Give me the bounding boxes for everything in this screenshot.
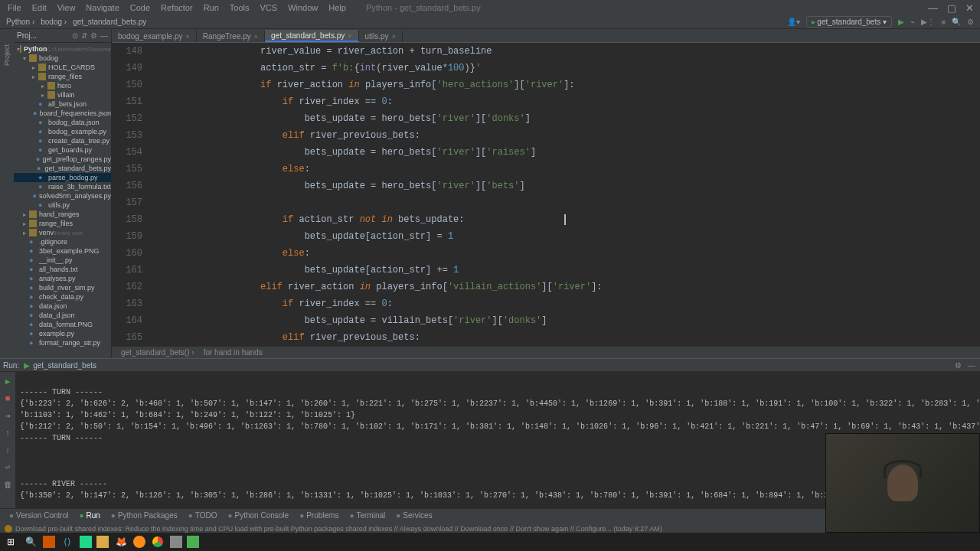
- tool-terminal[interactable]: ●Terminal: [345, 511, 390, 520]
- tree-item[interactable]: ●all_bets.json: [14, 99, 111, 109]
- firefox-icon[interactable]: 🦊: [113, 534, 129, 549]
- tree-item[interactable]: ●format_range_str.py: [14, 338, 111, 347]
- code-content[interactable]: river_value = river_action + turn_baseli…: [150, 43, 980, 346]
- search-icon[interactable]: 🔍: [952, 18, 961, 26]
- tree-item[interactable]: ●__init__.py: [14, 256, 111, 265]
- editor-tab[interactable]: bodog_example.py×: [112, 31, 197, 42]
- project-tool-button[interactable]: Project: [3, 44, 11, 66]
- tree-item[interactable]: ▸range_files: [14, 219, 111, 228]
- tab-close-icon[interactable]: ×: [254, 33, 258, 41]
- tree-item[interactable]: ●bodog_example.py: [14, 127, 111, 136]
- tree-item[interactable]: ●build_river_sim.py: [14, 283, 111, 292]
- tor-icon[interactable]: [133, 536, 145, 548]
- editor-tab[interactable]: get_standard_bets.py×: [265, 30, 358, 42]
- tree-item[interactable]: ●bodog_data.json: [14, 118, 111, 127]
- run-config-selector[interactable]: ▸ get_standard_bets ▾: [806, 16, 892, 28]
- tree-item[interactable]: ▸HOLE_CARDS: [14, 63, 111, 72]
- tree-item[interactable]: ●get_preflop_ranges.py: [14, 155, 111, 164]
- minimize-icon[interactable]: —: [928, 2, 938, 14]
- exit-icon[interactable]: ⇥: [5, 411, 11, 421]
- tree-item[interactable]: ●.gitignore: [14, 237, 111, 246]
- chrome-icon[interactable]: [150, 534, 165, 549]
- soft-wrap-icon[interactable]: ⏎: [5, 462, 11, 472]
- code-area[interactable]: 1481491501511521531541551561571581591601…: [112, 43, 980, 346]
- vscode-icon[interactable]: ⟨⟩: [60, 534, 75, 549]
- breadcrumb-item[interactable]: get_standard_bets.py: [70, 18, 149, 26]
- tree-item[interactable]: ●check_data.py: [14, 292, 111, 302]
- tree-item[interactable]: ●raise_3b_formula.txt: [14, 182, 111, 191]
- green-icon[interactable]: [187, 536, 199, 548]
- bulb-icon[interactable]: [5, 525, 12, 533]
- tree-item[interactable]: ▾bodog: [14, 54, 111, 63]
- menu-navigate[interactable]: Navigate: [81, 2, 123, 14]
- tree-item[interactable]: ●get_boards.py: [14, 145, 111, 155]
- tree-item[interactable]: ▸range_files: [14, 72, 111, 81]
- menu-file[interactable]: File: [3, 2, 26, 14]
- settings-icon[interactable]: ⚙: [967, 18, 974, 26]
- tool-problems[interactable]: ●Problems: [295, 511, 343, 520]
- tree-item[interactable]: ▸venv library root: [14, 228, 111, 237]
- tool-version-control[interactable]: ●Version Control: [5, 511, 73, 520]
- editor-breadcrumb-item[interactable]: get_standard_bets() ›: [116, 348, 199, 357]
- hide-icon[interactable]: —: [100, 31, 108, 40]
- tool-run[interactable]: ●Run: [74, 511, 104, 520]
- tab-close-icon[interactable]: ×: [392, 33, 396, 41]
- tree-item[interactable]: ●data.json: [14, 302, 111, 311]
- tree-item[interactable]: ●solved5rm_analyses.py: [14, 191, 111, 201]
- tree-item[interactable]: ●analyses.py: [14, 274, 111, 283]
- tree-item[interactable]: ●data_format.PNG: [14, 320, 111, 329]
- menu-edit[interactable]: Edit: [28, 2, 51, 14]
- menu-window[interactable]: Window: [283, 2, 322, 14]
- print-icon[interactable]: 🗑: [4, 480, 12, 490]
- breadcrumb-item[interactable]: Python ›: [3, 18, 38, 26]
- explorer-icon[interactable]: [96, 536, 109, 548]
- tree-settings-icon[interactable]: ⚙: [90, 31, 97, 40]
- run-tab[interactable]: get_standard_bets: [33, 361, 96, 370]
- close-icon[interactable]: ✕: [965, 2, 974, 14]
- tree-item[interactable]: ●data_d.json: [14, 311, 111, 320]
- editor-breadcrumb-item[interactable]: for hand in hands: [199, 348, 267, 357]
- tool-services[interactable]: ●Services: [391, 511, 436, 520]
- tree-item[interactable]: ●utils.py: [14, 201, 111, 210]
- tree-item[interactable]: ●example.py: [14, 329, 111, 338]
- app-icon[interactable]: [43, 536, 55, 548]
- tool-python-packages[interactable]: ●Python Packages: [106, 511, 182, 520]
- tree-item[interactable]: ▸villain: [14, 90, 111, 99]
- editor-tab[interactable]: utils.py×: [359, 31, 403, 42]
- tab-close-icon[interactable]: ×: [186, 33, 190, 41]
- menu-tools[interactable]: Tools: [225, 2, 254, 14]
- menu-refactor[interactable]: Refactor: [156, 2, 198, 14]
- windows-taskbar[interactable]: ⊞ 🔍 ⟨⟩ 🦊: [0, 533, 980, 551]
- tool-python-console[interactable]: ●Python Console: [223, 511, 293, 520]
- search-taskbar-icon[interactable]: 🔍: [23, 534, 38, 549]
- tree-root[interactable]: ▾Python C:\Users\witch\Docume: [14, 44, 111, 54]
- tree-item[interactable]: ▸hand_ranges: [14, 210, 111, 219]
- run-button[interactable]: ▶: [898, 18, 904, 26]
- menu-vcs[interactable]: VCS: [256, 2, 283, 14]
- tree-item[interactable]: ●create_data_tree.py: [14, 136, 111, 145]
- rerun-icon[interactable]: ▶: [5, 377, 11, 386]
- up-icon[interactable]: ↑: [5, 429, 11, 438]
- menu-view[interactable]: View: [53, 2, 80, 14]
- maximize-icon[interactable]: ▢: [947, 2, 956, 14]
- menu-code[interactable]: Code: [126, 2, 155, 14]
- menu-help[interactable]: Help: [324, 2, 351, 14]
- add-user-icon[interactable]: 👤▾: [787, 18, 800, 26]
- tree-item[interactable]: ●board_frequencies.json: [14, 109, 111, 118]
- editor-tab[interactable]: RangeTree.py×: [197, 31, 265, 42]
- tab-close-icon[interactable]: ×: [348, 32, 351, 40]
- pycharm-icon[interactable]: [80, 536, 92, 548]
- select-opened-icon[interactable]: ⊙: [72, 31, 78, 40]
- run-hide-icon[interactable]: —: [968, 361, 975, 370]
- tree-item[interactable]: ●parse_bodog.py: [14, 173, 111, 182]
- debug-button[interactable]: ⌁: [910, 18, 915, 26]
- breadcrumb-item[interactable]: bodog ›: [38, 18, 70, 26]
- more-run-icon[interactable]: ▶⋮: [921, 18, 935, 26]
- down-icon[interactable]: ↓: [5, 445, 11, 455]
- start-icon[interactable]: ⊞: [3, 534, 18, 549]
- tree-item[interactable]: ●3bet_example.PNG: [14, 246, 111, 256]
- editor-breadcrumb[interactable]: get_standard_bets() ›for hand in hands: [112, 346, 980, 358]
- tree-item[interactable]: ▸hero: [14, 81, 111, 90]
- expand-icon[interactable]: ⇵: [81, 31, 87, 40]
- misc-icon[interactable]: [170, 536, 182, 548]
